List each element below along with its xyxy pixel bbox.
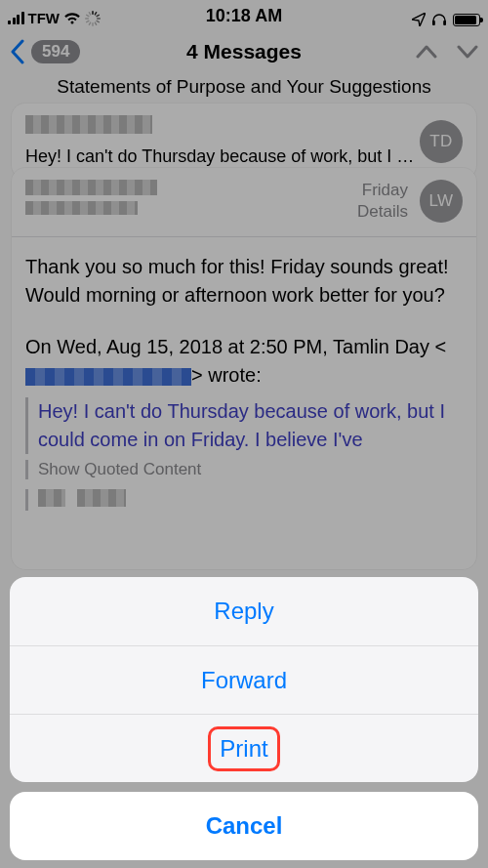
screen: TFW bbox=[0, 0, 488, 868]
print-button[interactable]: Print bbox=[10, 714, 478, 782]
forward-button[interactable]: Forward bbox=[10, 645, 478, 714]
reply-button[interactable]: Reply bbox=[10, 577, 478, 645]
cancel-button[interactable]: Cancel bbox=[10, 792, 478, 860]
tutorial-highlight bbox=[208, 726, 280, 771]
action-sheet: Reply Forward Print Cancel bbox=[10, 577, 478, 860]
